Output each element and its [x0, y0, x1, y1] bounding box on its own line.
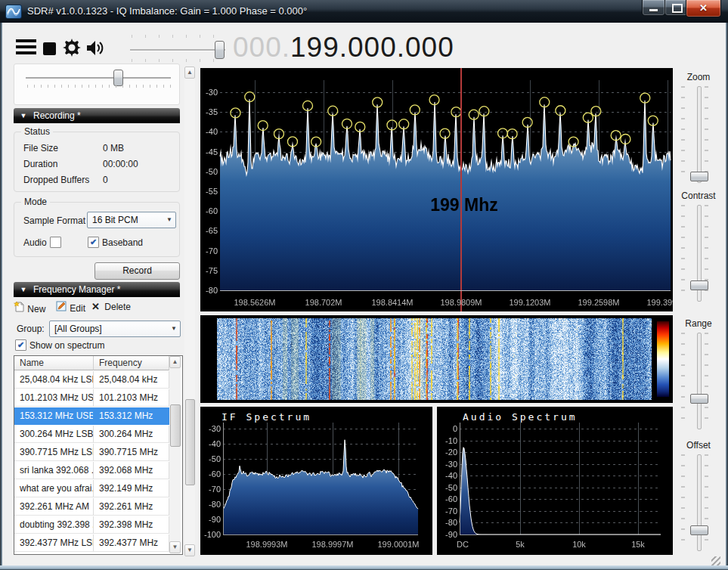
tuning-slider-thumb[interactable]: [215, 41, 225, 59]
slider-ticks: [705, 333, 708, 428]
offset-slider-track[interactable]: [697, 454, 702, 551]
table-row[interactable]: 25,048.04 kHz LSB25,048.04 kHz: [14, 371, 169, 389]
minimize-button[interactable]: [642, 0, 665, 16]
table-row[interactable]: 101.2103 MHz USB101.2103 MHz: [14, 389, 169, 407]
slider-label-zoom: Zoom: [674, 72, 723, 82]
frequency-manager-header[interactable]: ▼Frequency Manager *: [14, 282, 180, 297]
chevron-down-icon: ▼: [166, 216, 172, 223]
range-slider-thumb[interactable]: [690, 394, 708, 404]
record-button[interactable]: Record: [94, 262, 180, 280]
cell-frequency: 392.068 MHz: [94, 462, 169, 479]
app-window: SDR# v1.0.0.1323 - IQ Imbalance: Gain = …: [0, 0, 728, 570]
table-row[interactable]: 392.261 MHz AM392.261 MHz: [14, 498, 169, 516]
cell-name: 153.312 MHz USB: [14, 407, 94, 425]
stop-button[interactable]: [43, 42, 56, 55]
delete-label: Delete: [104, 302, 131, 312]
slider-ticks: [681, 86, 685, 181]
table-row[interactable]: doubting 392.398 ...392.398 MHz: [14, 516, 169, 534]
cell-frequency: 392.398 MHz: [94, 516, 169, 534]
chevron-down-icon: ▼: [171, 325, 177, 332]
recording-header-label: Recording *: [33, 110, 81, 121]
speaker-icon: [85, 39, 105, 57]
status-row-label: Duration: [23, 159, 57, 169]
table-row[interactable]: 153.312 MHz USB153.312 MHz: [14, 407, 169, 426]
slider-ticks: [681, 333, 685, 428]
tuning-slider-ticks: [132, 35, 225, 38]
new-button[interactable]: New: [12, 301, 45, 316]
offset-slider-thumb[interactable]: [690, 525, 708, 535]
recording-header[interactable]: ▼Recording *: [14, 108, 180, 123]
cell-name: doubting 392.398 ...: [14, 516, 94, 534]
settings-button[interactable]: [62, 38, 82, 57]
edit-label: Edit: [70, 303, 85, 314]
cell-frequency: 392.4377 MHz: [94, 534, 169, 552]
table-scrollbar-thumb[interactable]: [170, 404, 181, 447]
waterfall-display[interactable]: [217, 318, 652, 400]
group-combobox[interactable]: [All Groups] ▼: [49, 321, 181, 337]
cell-name: 392.4377 MHz LSB: [14, 534, 94, 552]
hamburger-icon: [16, 39, 36, 42]
cell-name: 300.264 MHz LSB: [14, 426, 94, 443]
range-slider-track[interactable]: [697, 333, 702, 429]
display-controls-panel: ZoomContrastRangeOffset: [674, 64, 723, 556]
sample-format-combobox[interactable]: 16 Bit PCM ▼: [87, 212, 176, 228]
show-on-spectrum-label: Show on spectrum: [29, 340, 104, 351]
zoom-slider-thumb[interactable]: [690, 172, 708, 181]
menu-button[interactable]: [16, 39, 36, 56]
close-button[interactable]: ✕: [686, 0, 721, 17]
scroll-down-icon[interactable]: ▼: [169, 541, 181, 553]
sample-format-label: Sample Format: [23, 215, 85, 226]
column-header-name[interactable]: Name: [14, 356, 94, 370]
baseband-label: Baseband: [102, 237, 143, 248]
cell-name: sri lanka 392.068 ...: [14, 462, 94, 479]
scroll-up-icon[interactable]: ▲: [169, 356, 181, 368]
audio-checkbox[interactable]: [50, 237, 61, 248]
frequency-display[interactable]: 000.199.000.000: [233, 32, 454, 64]
main-spectrum-display[interactable]: [200, 68, 673, 311]
audio-mute-button[interactable]: [85, 39, 105, 57]
titlebar[interactable]: SDR# v1.0.0.1323 - IQ Imbalance: Gain = …: [0, 0, 728, 23]
audio-spectrum-panel: Audio Spectrum: [437, 407, 673, 555]
zoom-slider-track[interactable]: [697, 86, 702, 183]
table-row[interactable]: 392.4377 MHz LSB392.4377 MHz: [14, 534, 169, 553]
table-row[interactable]: 390.7715 MHz LSB390.7715 MHz: [14, 444, 169, 462]
edit-icon: [54, 301, 67, 314]
gain-slider-track[interactable]: [26, 77, 171, 79]
new-icon: [12, 301, 25, 314]
minimize-icon: [649, 9, 658, 11]
if-spectrum-display: [200, 407, 432, 555]
slider-ticks: [681, 454, 685, 550]
column-header-frequency[interactable]: Frequency: [94, 356, 169, 370]
maximize-button[interactable]: [664, 0, 688, 16]
delete-button[interactable]: ✕ Delete: [89, 301, 131, 316]
baseband-checkbox[interactable]: ✔: [88, 237, 99, 248]
scroll-up-icon[interactable]: ▲: [184, 67, 195, 79]
show-on-spectrum-checkbox[interactable]: ✔: [15, 339, 26, 351]
edit-button[interactable]: Edit: [54, 301, 85, 316]
cell-name: 390.7715 MHz LSB: [14, 444, 94, 461]
panel-scrollbar[interactable]: ▲ ▼: [184, 67, 195, 555]
resize-grip[interactable]: [711, 556, 720, 565]
cell-name: what are you afrai...: [14, 480, 94, 497]
panel-scrollbar-thumb[interactable]: [185, 399, 195, 485]
slider-label-contrast: Contrast: [674, 191, 723, 201]
table-scrollbar[interactable]: ▲ ▼: [169, 356, 181, 553]
slider-label-range: Range: [674, 318, 723, 329]
tuning-slider-track[interactable]: [130, 49, 225, 51]
status-row-value: 0 MB: [103, 143, 124, 153]
table-row[interactable]: what are you afrai...392.149 MHz: [14, 480, 169, 498]
table-row[interactable]: sri lanka 392.068 ...392.068 MHz: [14, 462, 169, 480]
frequency-manager-header-label: Frequency Manager *: [33, 284, 120, 295]
slider-ticks: [705, 454, 708, 550]
gain-slider-thumb[interactable]: [113, 70, 123, 86]
slider-ticks: [681, 205, 685, 300]
cell-frequency: 153.312 MHz: [94, 407, 169, 425]
gear-icon: [62, 38, 82, 57]
scroll-down-icon[interactable]: ▼: [184, 544, 195, 556]
table-row[interactable]: 300.264 MHz LSB300.264 MHz: [14, 426, 169, 444]
window-title: SDR# v1.0.0.1323 - IQ Imbalance: Gain = …: [27, 5, 307, 17]
waterfall-colorbar: [657, 321, 669, 397]
status-legend: Status: [21, 126, 53, 137]
contrast-slider-thumb[interactable]: [690, 280, 708, 290]
if-spectrum-panel: IF Spectrum: [200, 407, 432, 555]
